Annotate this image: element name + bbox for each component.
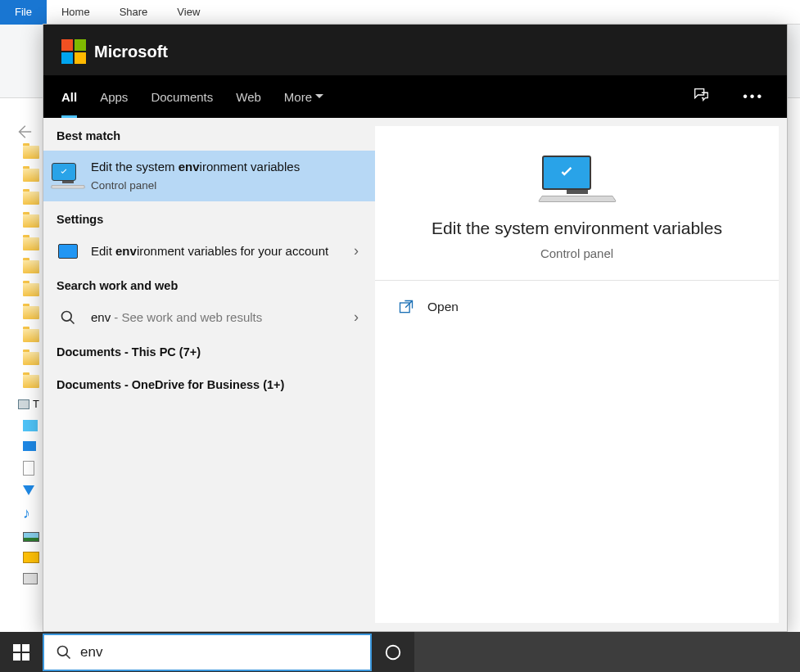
result-title: Edit the system environment variables [91, 159, 362, 175]
folder-icon[interactable] [23, 306, 39, 319]
svg-rect-5 [13, 653, 20, 661]
result-title: env - See work and web results [91, 309, 339, 326]
tab-all[interactable]: All [61, 75, 77, 118]
search-icon [56, 644, 72, 661]
result-preview: Edit the system environment variables Co… [375, 126, 779, 623]
folder-icon[interactable] [23, 237, 39, 250]
taskbar-rest [414, 632, 800, 672]
downloads-icon[interactable] [23, 485, 34, 495]
windows-logo-icon [13, 644, 29, 661]
open-action[interactable]: Open [375, 281, 779, 333]
search-input[interactable] [80, 644, 359, 661]
svg-rect-4 [22, 644, 29, 652]
open-icon [398, 299, 414, 315]
tab-documents[interactable]: Documents [151, 75, 213, 118]
result-web-search[interactable]: env - See work and web results › [43, 300, 375, 334]
svg-rect-6 [22, 653, 29, 661]
section-documents-pc[interactable]: Documents - This PC (7+) [43, 334, 375, 367]
pictures-icon[interactable] [23, 532, 39, 542]
search-flyout: Microsoft All Apps Documents Web More ••… [43, 24, 788, 632]
microsoft-brand: Microsoft [43, 25, 787, 75]
results-list: Best match Edit the system environment v… [43, 118, 375, 631]
start-button[interactable] [0, 632, 43, 672]
brand-name: Microsoft [94, 43, 168, 61]
tab-more[interactable]: More [284, 75, 323, 118]
folder-icon[interactable] [23, 146, 39, 159]
folder-icon[interactable] [23, 169, 39, 182]
cortana-icon [384, 643, 402, 661]
videos-icon[interactable] [23, 552, 39, 563]
folder-icon[interactable] [23, 375, 39, 388]
taskbar [0, 632, 800, 672]
folder-icon[interactable] [23, 260, 39, 273]
ribbon-tab-view[interactable]: View [162, 0, 215, 25]
drive-icon[interactable] [23, 573, 38, 584]
more-options-icon[interactable]: ••• [738, 89, 769, 104]
ribbon-tab-file[interactable]: File [0, 0, 47, 25]
microsoft-logo-icon [61, 39, 86, 64]
preview-subtitle: Control panel [391, 246, 762, 260]
svg-point-0 [62, 311, 72, 321]
folder-icon[interactable] [23, 352, 39, 365]
explorer-ribbon: File Home Share View [0, 0, 800, 25]
document-icon[interactable] [23, 461, 34, 476]
ribbon-tab-home[interactable]: Home [47, 0, 105, 25]
folder-icon[interactable] [23, 214, 39, 228]
tab-apps[interactable]: Apps [100, 75, 128, 118]
svg-line-1 [70, 319, 75, 323]
cortana-button[interactable] [372, 632, 414, 672]
tab-web[interactable]: Web [236, 75, 261, 118]
section-search-work-web: Search work and web [43, 268, 375, 300]
back-arrow-icon[interactable] [15, 123, 33, 144]
open-label: Open [427, 300, 459, 314]
section-documents-onedrive[interactable]: Documents - OneDrive for Business (1+) [43, 367, 375, 399]
search-icon [56, 309, 79, 326]
svg-point-7 [58, 646, 68, 656]
result-edit-system-env[interactable]: Edit the system environment variables Co… [43, 151, 375, 201]
folder-icon[interactable] [23, 283, 39, 296]
section-settings: Settings [43, 201, 375, 234]
box-icon[interactable] [23, 420, 38, 431]
feedback-icon[interactable] [687, 86, 715, 108]
folder-icon[interactable] [23, 329, 39, 342]
monitor-check-icon [56, 163, 79, 190]
result-subtitle: Control panel [91, 178, 362, 193]
svg-point-9 [386, 645, 400, 659]
taskbar-search[interactable] [43, 634, 372, 671]
section-best-match: Best match [43, 118, 375, 151]
ribbon-tab-share[interactable]: Share [105, 0, 163, 25]
monitor-check-icon [542, 156, 612, 204]
desktop-icon[interactable] [23, 441, 36, 451]
svg-rect-3 [13, 644, 20, 652]
result-edit-account-env[interactable]: Edit environment variables for your acco… [43, 234, 375, 268]
monitor-icon [56, 244, 79, 259]
preview-title: Edit the system environment variables [391, 219, 762, 238]
folder-icon[interactable] [23, 192, 39, 205]
result-title: Edit environment variables for your acco… [91, 243, 339, 259]
chevron-right-icon[interactable]: › [350, 309, 362, 326]
search-scope-tabs: All Apps Documents Web More ••• [43, 75, 787, 118]
chevron-right-icon[interactable]: › [350, 242, 362, 259]
flyout-header: Microsoft All Apps Documents Web More ••… [43, 25, 787, 118]
chevron-down-icon [315, 92, 323, 101]
svg-line-8 [66, 654, 70, 658]
